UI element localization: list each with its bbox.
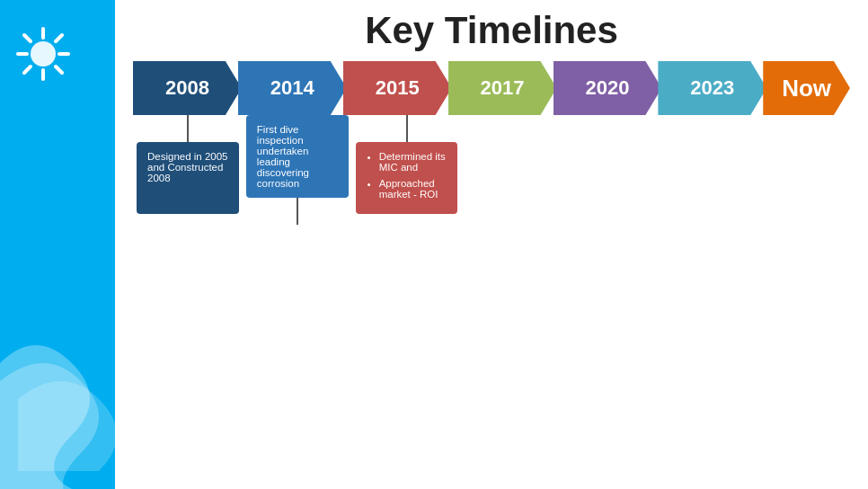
card-2008: Designed in 2005 and Constructed 2008	[137, 142, 239, 214]
slot-2023	[666, 115, 768, 225]
timeline-segment-now: Now	[763, 61, 850, 115]
page-title: Key Timelines	[133, 9, 850, 52]
wave-icon	[0, 309, 115, 489]
slot-2015: Determined its MIC and Approached market…	[352, 115, 462, 225]
card-2015-list: Determined its MIC and Approached market…	[367, 151, 447, 200]
timeline-segment-2020: 2020	[554, 61, 662, 115]
svg-line-5	[24, 35, 31, 41]
slot-2014: First dive inspection undertaken leading…	[243, 115, 352, 225]
connector-line-2014	[297, 198, 298, 225]
slot-2008: Designed in 2005 and Constructed 2008	[133, 115, 243, 225]
svg-line-7	[56, 35, 62, 41]
sidebar	[0, 0, 115, 489]
slot-2017	[461, 115, 563, 225]
svg-line-8	[24, 67, 31, 73]
slot-2020	[563, 115, 666, 225]
main-content: Key Timelines 2008 2014 2015 2017 2020 2…	[115, 0, 868, 489]
card-2015-item-1: Determined its MIC and	[379, 151, 447, 173]
svg-line-6	[56, 67, 62, 73]
timeline-segment-2014: 2014	[238, 61, 347, 115]
svg-point-0	[31, 41, 56, 67]
timeline-segment-2023: 2023	[658, 61, 766, 115]
card-2015-item-2: Approached market - ROI	[379, 178, 447, 200]
timeline-segment-2008: 2008	[133, 61, 242, 115]
timeline-strip: 2008 2014 2015 2017 2020 2023 Now	[133, 61, 850, 115]
card-2014: First dive inspection undertaken leading…	[246, 115, 349, 198]
timeline-container: 2008 2014 2015 2017 2020 2023 Now	[133, 61, 850, 225]
connector-line-2008	[187, 115, 189, 142]
timeline-segment-2015: 2015	[343, 61, 452, 115]
slot-now	[768, 115, 850, 225]
connector-line-2015	[406, 115, 408, 142]
sun-icon	[16, 27, 70, 81]
timeline-segment-2017: 2017	[448, 61, 557, 115]
card-2015: Determined its MIC and Approached market…	[356, 142, 458, 214]
